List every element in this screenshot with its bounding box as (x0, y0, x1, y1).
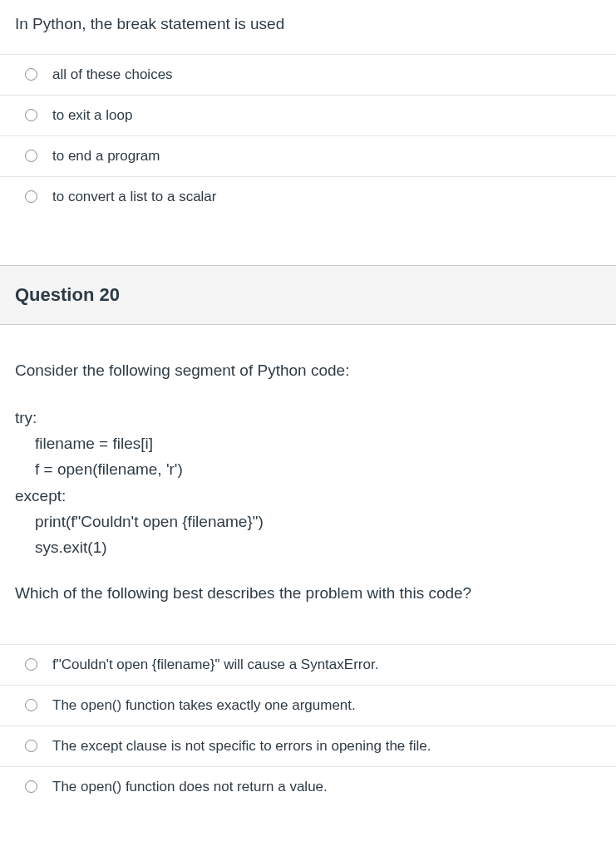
question-prompt: In Python, the break statement is used (0, 0, 616, 54)
code-line: filename = files[i] (15, 430, 601, 456)
option-row[interactable]: f"Couldn't open {filename}" will cause a… (0, 645, 616, 686)
code-line: sys.exit(1) (15, 534, 601, 560)
radio-icon[interactable] (25, 150, 37, 162)
option-label: to end a program (52, 148, 160, 165)
question-followup: Which of the following best describes th… (15, 584, 601, 603)
option-label: f"Couldn't open {filename}" will cause a… (52, 657, 378, 673)
radio-icon[interactable] (25, 740, 37, 752)
question-20: Consider the following segment of Python… (0, 325, 616, 807)
question-intro: Consider the following segment of Python… (15, 362, 601, 380)
option-label: The open() function takes exactly one ar… (52, 697, 356, 714)
option-row[interactable]: The open() function does not return a va… (0, 767, 616, 807)
radio-icon[interactable] (25, 190, 37, 203)
code-line: except: (15, 483, 601, 509)
option-label: to convert a list to a scalar (52, 189, 216, 205)
option-label: to exit a loop (52, 107, 132, 124)
option-row[interactable]: The open() function takes exactly one ar… (0, 686, 616, 726)
option-label: The except clause is not specific to err… (52, 738, 431, 755)
option-row[interactable]: to end a program (0, 136, 616, 177)
radio-icon[interactable] (25, 780, 37, 793)
question-title: Question 20 (15, 284, 601, 306)
question-options: all of these choices to exit a loop to e… (0, 54, 616, 217)
radio-icon[interactable] (25, 68, 37, 81)
option-row[interactable]: The except clause is not specific to err… (0, 726, 616, 767)
question-19: In Python, the break statement is used a… (0, 0, 616, 217)
radio-icon[interactable] (25, 658, 37, 671)
option-row[interactable]: all of these choices (0, 55, 616, 96)
question-body: Consider the following segment of Python… (0, 325, 616, 619)
radio-icon[interactable] (25, 699, 37, 711)
code-line: print(f"Couldn't open {filename}") (15, 509, 601, 534)
option-label: The open() function does not return a va… (52, 779, 328, 795)
option-row[interactable]: to exit a loop (0, 96, 616, 136)
code-line: f = open(filename, 'r') (15, 456, 601, 482)
code-block: try: filename = files[i] f = open(filena… (15, 405, 601, 561)
question-header: Question 20 (0, 265, 616, 325)
radio-icon[interactable] (25, 109, 37, 121)
option-row[interactable]: to convert a list to a scalar (0, 177, 616, 217)
code-line: try: (15, 405, 601, 430)
question-options: f"Couldn't open {filename}" will cause a… (0, 644, 616, 807)
option-label: all of these choices (52, 66, 173, 83)
